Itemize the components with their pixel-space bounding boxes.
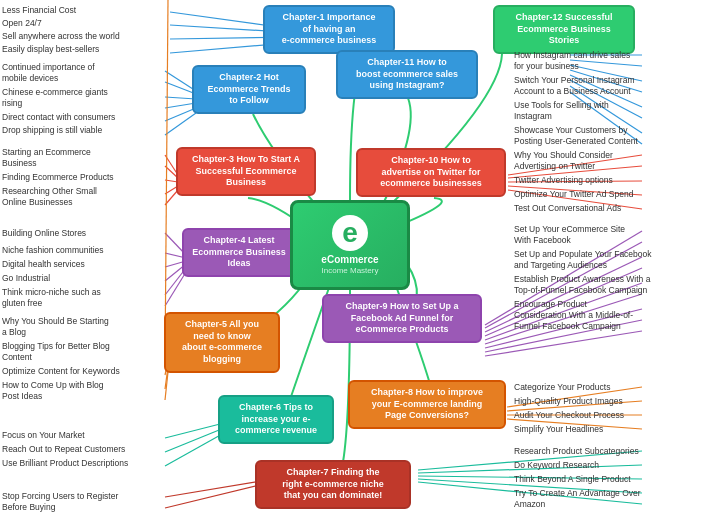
leaf-left-32: Stop Forcing Users to Register [2, 491, 118, 502]
leaf-right-30: Try To Create An Advantage Over [514, 488, 641, 499]
leaf-right-17: and Targeting Audiences [514, 260, 607, 271]
leaf-left-31: Use Brilliant Product Descriptions [2, 458, 128, 469]
leaf-right-7: Showcase Your Customers by [514, 125, 627, 136]
chapter-12[interactable]: Chapter-12 SuccessfulEcommerce BusinessS… [493, 5, 635, 54]
leaf-right-24: High-Quality Product Images [514, 396, 623, 407]
leaf-left-6: mobile devices [2, 73, 58, 84]
leaf-right-23: Categorize Your Products [514, 382, 610, 393]
leaf-left-18: Digital health services [2, 259, 85, 270]
leaf-left-13: Finding Ecommerce Products [2, 172, 114, 183]
leaf-right-2: for your business [514, 61, 579, 72]
leaf-right-18: Establish Product Awareness With a [514, 274, 650, 285]
chapter-3[interactable]: Chapter-3 How To Start ASuccessful Ecomm… [176, 147, 316, 196]
leaf-left-2: Open 24/7 [2, 18, 42, 29]
leaf-left-26: Optimize Content for Keywords [2, 366, 120, 377]
leaf-left-27: How to Come Up with Blog [2, 380, 104, 391]
svg-line-27 [165, 372, 168, 400]
leaf-right-19: Top-of-Funnel Facebook Campaign [514, 285, 647, 296]
leaf-left-15: Online Businesses [2, 197, 72, 208]
leaf-right-3: Switch Your Personal Instagram [514, 75, 634, 86]
leaf-left-11: Starting an Ecommerce [2, 147, 91, 158]
center-title: eCommerce [321, 254, 378, 266]
leaf-left-23: a Blog [2, 327, 26, 338]
leaf-left-14: Researching Other Small [2, 186, 97, 197]
leaf-right-1: How Instagram can drive sales [514, 50, 630, 61]
leaf-left-7: Chinese e-commerce giants [2, 87, 108, 98]
svg-line-28 [165, 423, 224, 438]
svg-line-30 [165, 433, 224, 466]
leaf-left-28: Post Ideas [2, 391, 42, 402]
leaf-left-16: Building Online Stores [2, 228, 86, 239]
leaf-left-5: Continued importance of [2, 62, 95, 73]
leaf-right-13: Test Out Conversational Ads [514, 203, 621, 214]
chapter-10[interactable]: Chapter-10 How toadvertise on Twitter fo… [356, 148, 506, 197]
leaf-left-24: Blogging Tips for Better Blog [2, 341, 110, 352]
ecommerce-icon: e [332, 215, 368, 251]
svg-line-20 [165, 272, 186, 306]
leaf-right-11: Twitter Advertising options [514, 175, 613, 186]
chapter-9[interactable]: Chapter-9 How to Set Up aFacebook Ad Fun… [322, 294, 482, 343]
leaf-left-1: Less Financial Cost [2, 5, 76, 16]
svg-line-9 [165, 113, 196, 135]
leaf-right-8: Posting User-Generated Content [514, 136, 638, 147]
leaf-right-21: Consideration With a Middle-of- [514, 310, 633, 321]
leaf-right-10: Advertising on Twitter [514, 161, 595, 172]
leaf-left-10: Drop shipping is still viable [2, 125, 102, 136]
leaf-right-9: Why You Should Consider [514, 150, 613, 161]
leaf-left-25: Content [2, 352, 32, 363]
svg-line-24 [165, 0, 168, 361]
svg-line-32 [165, 483, 268, 508]
leaf-left-30: Reach Out to Repeat Customers [2, 444, 125, 455]
leaf-right-4: Account to a Business Account [514, 86, 631, 97]
leaf-right-15: With Facebook [514, 235, 571, 246]
leaf-right-26: Simplify Your Headlines [514, 424, 603, 435]
leaf-left-17: Niche fashion communities [2, 245, 104, 256]
leaf-left-21: gluten free [2, 298, 42, 309]
chapter-8[interactable]: Chapter-8 How to improveyour E-commerce … [348, 380, 506, 429]
leaf-right-12: Optimize Your Twitter Ad Spend [514, 189, 633, 200]
chapter-2[interactable]: Chapter-2 HotEcommerce Trendsto Follow [192, 65, 306, 114]
leaf-left-20: Think micro-niche such as [2, 287, 101, 298]
svg-line-29 [165, 428, 224, 452]
leaf-left-8: rising [2, 98, 22, 109]
leaf-left-29: Focus on Your Market [2, 430, 85, 441]
leaf-right-6: Instagram [514, 111, 552, 122]
chapter-5[interactable]: Chapter-5 All youneed to knowabout e-com… [164, 312, 280, 373]
leaf-right-20: Encourage Product [514, 299, 587, 310]
leaf-left-19: Go Industrial [2, 273, 50, 284]
leaf-left-12: Business [2, 158, 37, 169]
center-node: e eCommerce Income Mastery [290, 200, 410, 290]
svg-line-31 [165, 480, 268, 497]
leaf-right-25: Audit Your Checkout Process [514, 410, 624, 421]
leaf-right-16: Set Up and Populate Your Facebook [514, 249, 652, 260]
chapter-11[interactable]: Chapter-11 How toboost ecommerce salesus… [336, 50, 478, 99]
leaf-right-22: Funnel Facebook Campaign [514, 321, 621, 332]
leaf-left-33: Before Buying [2, 502, 55, 513]
mind-map: e eCommerce Income Mastery Chapter-1 Imp… [0, 0, 718, 522]
chapter-6[interactable]: Chapter-6 Tips toincrease your e-commerc… [218, 395, 334, 444]
leaf-right-31: Amazon [514, 499, 545, 510]
leaf-left-3: Sell anywhere across the world [2, 31, 120, 42]
chapter-4[interactable]: Chapter-4 LatestEcommerce BusinessIdeas [182, 228, 296, 277]
leaf-right-14: Set Up Your eCommerce Site [514, 224, 625, 235]
chapter-7[interactable]: Chapter-7 Finding theright e-commerce ni… [255, 460, 411, 509]
center-subtitle: Income Mastery [322, 266, 379, 275]
leaf-left-22: Why You Should Be Starting [2, 316, 109, 327]
leaf-right-27: Research Product Subcategories [514, 446, 639, 457]
leaf-left-4: Easily display best-sellers [2, 44, 99, 55]
leaf-right-28: Do Keyword Research [514, 460, 599, 471]
svg-line-54 [485, 331, 642, 356]
leaf-right-29: Think Beyond A Single Product [514, 474, 631, 485]
leaf-right-5: Use Tools for Selling with [514, 100, 609, 111]
chapter-1[interactable]: Chapter-1 Importanceof having ane-commer… [263, 5, 395, 54]
leaf-left-9: Direct contact with consumers [2, 112, 115, 123]
